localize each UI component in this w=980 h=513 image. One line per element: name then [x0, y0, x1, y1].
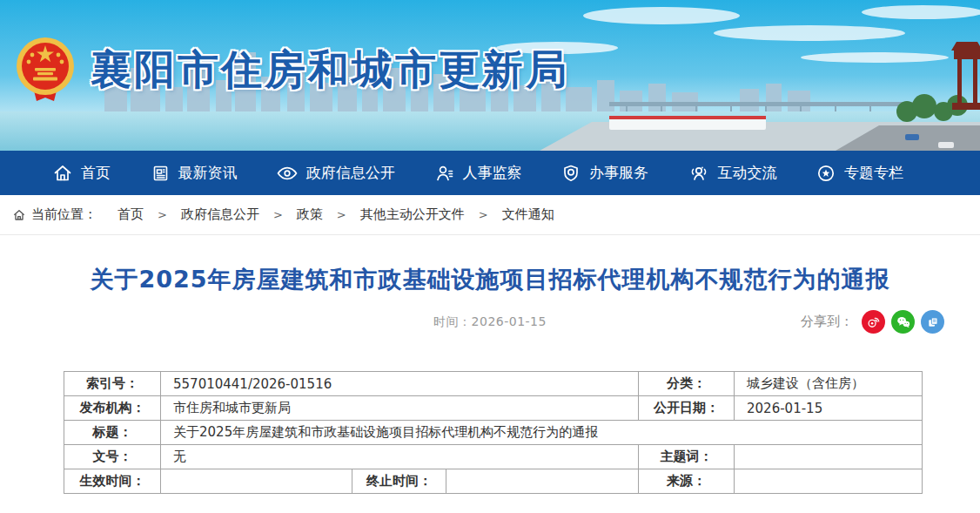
title-label: 标题：	[64, 421, 161, 445]
nav-item-gov-info[interactable]: 政府信息公开	[276, 163, 395, 184]
breadcrumb-separator: >	[158, 208, 167, 221]
expiry-date-value	[446, 469, 639, 494]
nav-item-special-topics[interactable]: 专题专栏	[816, 163, 903, 184]
site-title: 襄阳市住房和城市更新局	[91, 43, 569, 98]
national-emblem-logo	[14, 35, 77, 105]
table-row: 发布机构： 市住房和城市更新局 公开日期： 2026-01-15	[64, 396, 923, 421]
nav-label: 专题专栏	[844, 163, 903, 183]
table-row: 生效时间： 终止时间： 来源：	[64, 469, 923, 494]
weibo-icon	[866, 314, 881, 329]
doc-number-value: 无	[161, 445, 639, 469]
expiry-date-label: 终止时间：	[352, 469, 446, 494]
nav-item-personnel[interactable]: 人事监察	[434, 163, 522, 184]
person-icon	[434, 163, 455, 184]
breadcrumb-item-home[interactable]: 首页	[117, 206, 144, 223]
article-main: 关于2025年房屋建筑和市政基础设施项目招标代理机构不规范行为的通报 时间：20…	[0, 264, 980, 494]
issuer-value: 市住房和城市更新局	[161, 396, 639, 421]
time-label: 时间：	[433, 314, 472, 328]
keywords-label: 主题词：	[639, 445, 735, 469]
copy-link-share-button[interactable]	[921, 310, 944, 334]
site-banner: 襄阳市住房和城市更新局	[0, 0, 980, 151]
nav-label: 人事监察	[463, 163, 522, 183]
breadcrumb: 当前位置： 首页 > 政府信息公开 > 政策 > 其他主动公开文件 > 文件通知	[0, 195, 980, 235]
share-label: 分享到：	[801, 314, 853, 330]
source-label: 来源：	[639, 469, 735, 494]
breadcrumb-item-notices[interactable]: 文件通知	[502, 206, 554, 223]
star-circle-icon	[816, 163, 836, 184]
publish-time: 时间：2026-01-15	[433, 314, 547, 330]
breadcrumb-separator: >	[337, 208, 346, 221]
effective-date-value	[161, 469, 352, 494]
title-value: 关于2025年房屋建筑和市政基础设施项目招标代理机构不规范行为的通报	[161, 421, 923, 445]
wechat-share-button[interactable]	[891, 310, 915, 334]
breadcrumb-item-policy[interactable]: 政策	[297, 206, 323, 223]
people-chat-icon	[688, 163, 710, 184]
breadcrumb-item-other-docs[interactable]: 其他主动公开文件	[360, 206, 465, 223]
main-nav: 首页 最新资讯 政府信息公开 人事监察 办事服务 互动交流	[0, 151, 980, 195]
table-row: 索引号： 557010441/2026-01516 分类： 城乡建设（含住房）	[64, 372, 923, 396]
document-meta-table: 索引号： 557010441/2026-01516 分类： 城乡建设（含住房） …	[64, 371, 923, 494]
wechat-icon	[896, 314, 911, 330]
news-icon	[150, 163, 171, 184]
nav-item-news[interactable]: 最新资讯	[150, 163, 238, 184]
home-icon	[52, 163, 73, 184]
time-value: 2026-01-15	[472, 314, 547, 328]
category-value: 城乡建设（含住房）	[735, 372, 923, 396]
nav-label: 首页	[81, 163, 111, 183]
effective-date-label: 生效时间：	[64, 469, 161, 494]
article-title: 关于2025年房屋建筑和市政基础设施项目招标代理机构不规范行为的通报	[0, 264, 980, 295]
breadcrumb-separator: >	[273, 208, 283, 221]
source-value	[735, 469, 923, 494]
copy-link-icon	[926, 315, 940, 329]
share-bar: 分享到：	[801, 310, 944, 334]
nav-item-home[interactable]: 首页	[52, 163, 111, 184]
category-label: 分类：	[639, 372, 735, 396]
table-row: 标题： 关于2025年房屋建筑和市政基础设施项目招标代理机构不规范行为的通报	[64, 421, 923, 445]
index-number-label: 索引号：	[64, 372, 161, 396]
table-row: 文号： 无 主题词：	[64, 445, 923, 469]
nav-item-services[interactable]: 办事服务	[560, 163, 648, 184]
nav-label: 互动交流	[718, 163, 777, 183]
index-number-value: 557010441/2026-01516	[161, 372, 639, 396]
badge-shield-icon	[560, 163, 581, 184]
doc-number-label: 文号：	[64, 445, 161, 469]
nav-label: 办事服务	[589, 163, 648, 183]
publish-date-label: 公开日期：	[639, 396, 735, 421]
keywords-value	[735, 445, 923, 469]
nav-label: 最新资讯	[178, 163, 238, 183]
nav-item-interaction[interactable]: 互动交流	[688, 163, 777, 184]
article-meta-row: 时间：2026-01-15 分享到：	[0, 310, 980, 334]
breadcrumb-home-icon	[12, 208, 26, 222]
issuer-label: 发布机构：	[64, 396, 161, 421]
eye-icon	[276, 163, 299, 184]
breadcrumb-separator: >	[479, 208, 488, 221]
breadcrumb-item-gov-info[interactable]: 政府信息公开	[181, 206, 259, 223]
breadcrumb-location-label: 当前位置：	[31, 206, 97, 223]
weibo-share-button[interactable]	[862, 310, 885, 334]
publish-date-value: 2026-01-15	[735, 396, 923, 421]
nav-label: 政府信息公开	[306, 163, 395, 183]
